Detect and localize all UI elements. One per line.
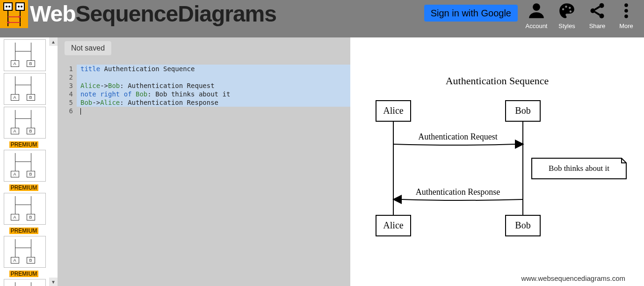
scroll-up-button[interactable]: ▲ [49, 37, 58, 46]
template-thumbnail[interactable]: AB [4, 279, 46, 286]
premium-badge: PREMIUM [9, 271, 38, 277]
share-menu[interactable]: Share [583, 2, 611, 29]
svg-point-23 [624, 3, 628, 7]
svg-point-16 [569, 7, 571, 8]
note-bob: Bob thinks about it [549, 164, 609, 173]
actor-bottom-bob: Bob [515, 220, 530, 230]
template-thumbnail[interactable]: AB [4, 73, 46, 105]
code-line[interactable]: 3Alice->Bob: Authentication Request [58, 81, 350, 90]
code-line[interactable]: 4note right of Bob: Bob thinks about it [58, 90, 350, 98]
styles-label: Styles [553, 22, 581, 29]
actor-top-alice: Alice [383, 105, 403, 116]
message-2: Authentication Response [416, 187, 500, 197]
template-thumbnail[interactable]: AB [4, 39, 46, 71]
share-icon [588, 2, 606, 20]
code-line[interactable]: 5Bob->Alice: Authentication Response [58, 98, 350, 107]
premium-badge: PREMIUM [9, 141, 38, 148]
template-scroll[interactable]: ABABABPREMIUMABPREMIUMABPREMIUMABPREMIUM… [0, 37, 49, 286]
svg-point-3 [6, 6, 7, 7]
styles-menu[interactable]: Styles [553, 2, 581, 29]
svg-point-15 [565, 6, 567, 7]
template-thumbnail[interactable]: AB [4, 107, 46, 139]
svg-rect-2 [16, 3, 24, 10]
palette-icon [558, 2, 576, 20]
more-vertical-icon [617, 2, 635, 20]
premium-badge: PREMIUM [9, 227, 38, 234]
scroll-down-button[interactable]: ▼ [49, 278, 58, 286]
more-label: More [612, 22, 640, 29]
svg-line-22 [595, 12, 600, 15]
signin-google-button[interactable]: Sign in with Google [424, 5, 518, 22]
watermark: www.websequencediagrams.com [521, 274, 625, 282]
app-brand: WebSequenceDiagrams [30, 0, 276, 28]
svg-rect-1 [4, 3, 12, 10]
svg-point-5 [18, 6, 20, 7]
source-editor-panel: Not saved 1title Authentication Sequence… [58, 37, 350, 286]
code-line[interactable]: 2 [58, 73, 350, 81]
code-line[interactable]: 1title Authentication Sequence [58, 65, 350, 73]
premium-badge: PREMIUM [9, 184, 38, 191]
code-line[interactable]: 6 [58, 107, 350, 115]
message-1: Authentication Request [418, 132, 497, 141]
template-thumbnail[interactable]: AB [4, 193, 46, 225]
app-logo-icon [0, 0, 28, 28]
svg-point-17 [570, 10, 572, 12]
account-menu[interactable]: Account [522, 2, 550, 29]
svg-line-21 [595, 7, 600, 9]
diagram-preview: Authentication Sequence Alice Bob Authen… [350, 37, 644, 286]
svg-point-18 [599, 3, 604, 8]
svg-point-25 [624, 15, 628, 18]
share-label: Share [583, 22, 611, 29]
source-editor[interactable]: 1title Authentication Sequence23Alice->B… [58, 65, 350, 286]
svg-point-14 [562, 8, 564, 10]
svg-point-13 [533, 3, 540, 11]
diagram-title: Authentication Sequence [446, 75, 549, 87]
actor-bottom-alice: Alice [383, 220, 403, 230]
svg-point-19 [590, 8, 595, 13]
account-label: Account [522, 22, 550, 29]
svg-point-20 [599, 14, 604, 18]
person-icon [528, 2, 545, 20]
svg-point-6 [21, 6, 22, 7]
save-status-badge: Not saved [65, 41, 111, 55]
template-sidebar: ABABABPREMIUMABPREMIUMABPREMIUMABPREMIUM… [0, 37, 58, 286]
template-thumbnail[interactable]: AB [4, 236, 46, 268]
app-header: WebSequenceDiagrams Sign in with Google … [0, 0, 644, 37]
svg-point-24 [624, 9, 628, 13]
more-menu[interactable]: More [612, 2, 640, 29]
actor-top-bob: Bob [515, 105, 530, 116]
template-thumbnail[interactable]: AB [4, 150, 46, 182]
svg-point-4 [8, 6, 10, 7]
